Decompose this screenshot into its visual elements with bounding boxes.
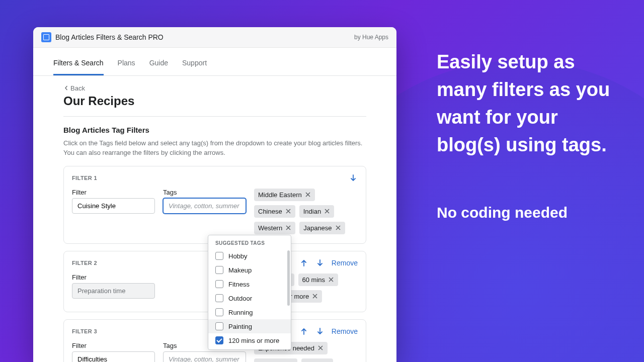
tab-plans[interactable]: Plans <box>118 52 135 75</box>
checkbox-icon <box>215 266 223 274</box>
suggestion-item[interactable]: Fitness <box>208 277 291 291</box>
tag-chip: Middle Eastern <box>254 189 315 201</box>
close-icon[interactable] <box>285 225 291 231</box>
close-icon[interactable] <box>328 277 334 283</box>
close-icon[interactable] <box>317 345 324 351</box>
suggestion-item[interactable]: Hobby <box>208 249 291 263</box>
chevron-left-icon <box>63 85 69 91</box>
section-title: Blog Articles Tag Filters <box>63 126 366 134</box>
arrow-down-icon <box>349 174 357 182</box>
arrow-up-icon <box>300 327 308 335</box>
tags-label: Tags <box>163 189 246 196</box>
close-icon[interactable] <box>335 225 341 231</box>
app-author: by Hue Apps <box>354 34 388 41</box>
tag-chip: Chinese <box>254 205 295 218</box>
dropdown-heading: SUGGESTED TAGS <box>208 235 291 249</box>
tag-chip: Easy <box>301 358 333 363</box>
tab-support[interactable]: Support <box>182 52 207 75</box>
filter-card-label: FILTER 3 <box>72 328 97 334</box>
tab-filters-search[interactable]: Filters & Search <box>53 52 104 75</box>
filter-name-input[interactable] <box>72 283 155 299</box>
close-icon[interactable] <box>285 208 291 214</box>
filter-card-1: FILTER 1 Filter Tags Mi <box>63 166 366 244</box>
tabs: Filters & Search Plans Guide Support <box>33 52 396 76</box>
checkbox-icon <box>215 280 223 288</box>
checkbox-checked-icon <box>215 336 223 344</box>
app-window: Blog Articles Filters & Search PRO by Hu… <box>33 27 396 362</box>
arrow-up-icon <box>300 259 308 267</box>
app-logo-icon <box>41 32 51 42</box>
move-down-button[interactable] <box>315 327 325 336</box>
filter-name-input[interactable] <box>72 351 155 363</box>
suggestion-item[interactable]: Makeup <box>208 263 291 277</box>
move-up-button[interactable] <box>299 327 308 336</box>
section-desc: Click on the Tags field below and select… <box>63 138 366 158</box>
suggestion-item[interactable]: Outdoor <box>208 291 291 305</box>
move-up-button[interactable] <box>299 258 308 267</box>
filter-name-label: Filter <box>72 274 155 281</box>
tag-chip: Beginner <box>254 358 297 363</box>
close-icon[interactable] <box>312 293 318 299</box>
tags-input[interactable] <box>163 198 246 214</box>
tags-list: Middle Eastern Chinese Indian Western Ja… <box>254 189 358 234</box>
tag-chip: 60 mins <box>298 274 339 286</box>
filter-name-label: Filter <box>72 189 155 196</box>
marketing-headline: Easily setup as many filters as you want… <box>437 48 618 159</box>
suggestion-item[interactable]: Running <box>208 305 291 319</box>
remove-filter-link[interactable]: Remove <box>332 259 358 267</box>
marketing-copy: Easily setup as many filters as you want… <box>437 48 618 221</box>
tag-chip: Japanese <box>299 222 345 234</box>
remove-filter-link[interactable]: Remove <box>332 327 358 335</box>
arrow-down-icon <box>316 327 324 335</box>
page-title: Our Recipes <box>63 94 366 117</box>
suggested-tags-dropdown: SUGGESTED TAGS Hobby Makeup Fitness Outd… <box>208 235 291 350</box>
marketing-sub: No coding needed <box>437 204 618 221</box>
checkbox-icon <box>215 322 223 330</box>
arrow-down-icon <box>316 259 324 267</box>
tag-chip: Western <box>254 222 295 234</box>
filter-name-input[interactable] <box>72 198 155 214</box>
move-down-button[interactable] <box>315 258 325 267</box>
move-down-button[interactable] <box>349 173 358 183</box>
checkbox-icon <box>215 308 223 316</box>
filter-card-label: FILTER 1 <box>72 175 97 181</box>
close-icon[interactable] <box>324 208 330 214</box>
tab-guide[interactable]: Guide <box>149 52 168 75</box>
back-link[interactable]: Back <box>63 84 85 92</box>
app-header: Blog Articles Filters & Search PRO by Hu… <box>33 27 396 48</box>
filter-name-label: Filter <box>72 342 155 349</box>
checkbox-icon <box>215 294 223 302</box>
tag-chip: Indian <box>299 205 334 218</box>
scrollbar[interactable] <box>287 250 290 306</box>
app-title: Blog Articles Filters & Search PRO <box>55 33 164 41</box>
close-icon[interactable] <box>305 192 311 198</box>
tags-input[interactable] <box>163 351 246 363</box>
filter-card-label: FILTER 2 <box>72 260 97 266</box>
suggestion-item[interactable]: 120 mins or more <box>208 333 291 347</box>
suggestion-item[interactable]: Painting <box>208 319 291 333</box>
checkbox-icon <box>215 252 223 260</box>
